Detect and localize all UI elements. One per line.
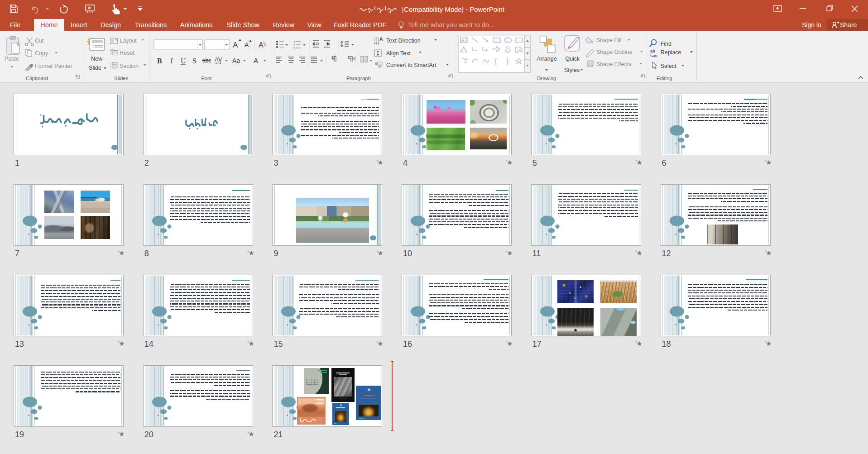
svg-text:1: 1 xyxy=(293,40,295,43)
svg-text:2: 2 xyxy=(293,43,295,47)
svg-text:S: S xyxy=(192,57,197,65)
svg-text:A: A xyxy=(233,41,238,49)
svg-text:A: A xyxy=(245,41,249,48)
svg-text:I: I xyxy=(170,57,173,65)
svg-text:Aa: Aa xyxy=(232,57,240,64)
svg-text:AV: AV xyxy=(215,56,222,63)
svg-text:A: A xyxy=(254,57,258,64)
svg-text:A: A xyxy=(461,38,464,43)
svg-text:3: 3 xyxy=(293,47,295,50)
svg-text:B: B xyxy=(157,57,162,65)
svg-text:U: U xyxy=(181,57,186,65)
svg-text:ac: ac xyxy=(652,53,657,58)
svg-text:A: A xyxy=(259,41,264,49)
svg-text:A: A xyxy=(379,36,383,42)
